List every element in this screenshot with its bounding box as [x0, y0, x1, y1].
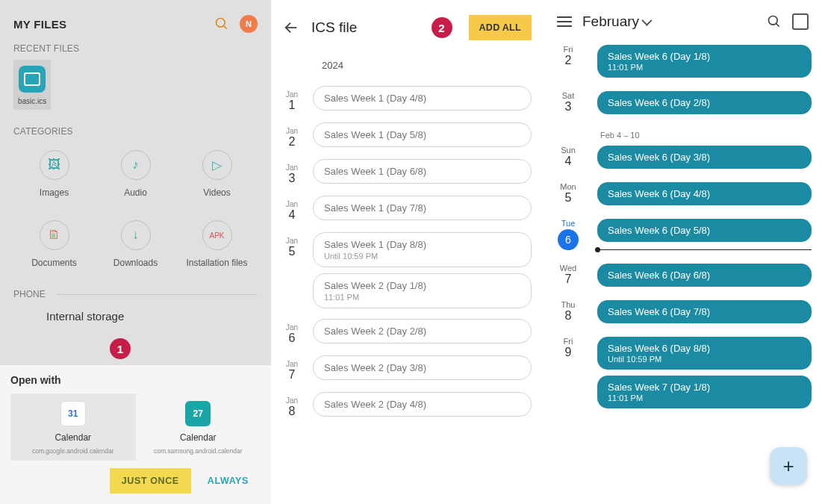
schedule-day-row: Fri9Sales Week 6 (Day 8/8)Until 10:59 PM…: [544, 332, 812, 417]
category-item[interactable]: 🖼Images: [13, 150, 95, 198]
ics-event[interactable]: Sales Week 1 (Day 7/8): [313, 196, 532, 220]
add-all-button[interactable]: ADD ALL: [469, 15, 532, 40]
schedule-day-row: Tue6Sales Week 6 (Day 5/8): [544, 214, 812, 259]
month-selector[interactable]: February: [582, 13, 756, 30]
ics-date: Jan3: [278, 159, 305, 185]
ics-event[interactable]: Sales Week 1 (Day 8/8)Until 10:59 PM: [313, 232, 532, 267]
ics-event[interactable]: Sales Week 2 (Day 2/8): [313, 319, 532, 343]
app-name: Calendar: [55, 432, 91, 443]
categories-label: CATEGORIES: [13, 126, 258, 137]
open-with-app[interactable]: 27Calendarcom.samsung.android.calendar: [136, 393, 261, 461]
category-item[interactable]: ↓Downloads: [95, 220, 176, 268]
today-icon[interactable]: [792, 13, 809, 30]
annotation-2: 2: [432, 17, 452, 38]
ics-date: Jan4: [278, 196, 305, 222]
chevron-down-icon: [641, 16, 652, 26]
schedule-day-row: Sat3Sales Week 6 (Day 2/8): [544, 87, 812, 123]
my-files-panel: MY FILES N RECENT FILES basic.ics CATEGO…: [0, 0, 271, 504]
app-name: Calendar: [180, 432, 217, 443]
ics-import-panel: ICS file 2 ADD ALL 2024 Jan1Sales Week 1…: [271, 0, 544, 504]
calendar-event[interactable]: Sales Week 6 (Day 5/8): [597, 219, 812, 242]
current-time-indicator: [597, 249, 812, 250]
back-arrow-icon[interactable]: [283, 19, 299, 36]
svg-point-3: [769, 16, 778, 25]
schedule-date: Fri2: [544, 40, 593, 67]
open-with-app[interactable]: 31Calendarcom.google.android.calendar: [10, 393, 136, 461]
ics-day-row: Jan1Sales Week 1 (Day 4/8): [278, 86, 532, 112]
schedule-day-row: Sun4Sales Week 6 (Day 3/8): [544, 141, 812, 178]
ics-event[interactable]: Sales Week 1 (Day 4/8): [313, 86, 532, 111]
category-icon: ▷: [202, 150, 232, 180]
calendar-event[interactable]: Sales Week 7 (Day 1/8)11:01 PM: [597, 376, 812, 408]
search-icon[interactable]: [767, 14, 782, 29]
open-with-title: Open with: [10, 374, 261, 386]
recent-file-name: basic.ics: [18, 97, 46, 105]
open-with-sheet: Open with 31Calendarcom.google.android.c…: [0, 365, 271, 504]
calendar-event[interactable]: Sales Week 6 (Day 3/8): [597, 146, 812, 169]
ics-date: Jan2: [278, 122, 305, 149]
schedule-day-row: Fri2Sales Week 6 (Day 1/8)11:01 PM: [544, 40, 812, 87]
calendar-event[interactable]: Sales Week 6 (Day 1/8)11:01 PM: [597, 45, 812, 78]
calendar-event[interactable]: Sales Week 6 (Day 6/8): [597, 264, 812, 287]
ics-date: Jan7: [278, 355, 305, 382]
ics-year-label: 2024: [271, 46, 544, 75]
category-icon: ↓: [121, 220, 151, 250]
ics-day-row: Jan7Sales Week 2 (Day 3/8): [278, 355, 532, 382]
category-icon: 🗎: [40, 220, 69, 250]
ics-event[interactable]: Sales Week 1 (Day 6/8): [313, 159, 532, 184]
category-icon: APK: [202, 220, 232, 250]
schedule-date: Sun4: [544, 141, 593, 168]
app-package: com.samsung.android.calendar: [154, 447, 243, 455]
schedule-day-row: Thu8Sales Week 6 (Day 7/8): [544, 296, 812, 332]
category-item[interactable]: ▷Videos: [176, 150, 258, 198]
always-button[interactable]: ALWAYS: [196, 468, 261, 494]
calendar-event[interactable]: Sales Week 6 (Day 4/8): [597, 182, 812, 205]
category-label: Downloads: [113, 258, 158, 268]
ics-day-row: Jan4Sales Week 1 (Day 7/8): [278, 196, 532, 222]
notification-badge[interactable]: N: [240, 15, 258, 33]
ics-day-row: Jan2Sales Week 1 (Day 5/8): [278, 122, 532, 149]
calendar-event[interactable]: Sales Week 6 (Day 7/8): [597, 300, 812, 323]
svg-point-0: [217, 19, 225, 28]
schedule-day-row: Wed7Sales Week 6 (Day 6/8): [544, 259, 812, 296]
recent-file[interactable]: basic.ics: [13, 60, 51, 110]
ics-date: Jan5: [278, 232, 305, 258]
svg-line-1: [224, 26, 227, 29]
calendar-schedule-panel: February Fri2Sales Week 6 (Day 1/8)11:01…: [544, 0, 822, 504]
schedule-date: Tue6: [544, 214, 593, 250]
search-icon[interactable]: [214, 16, 229, 31]
week-range-label: Feb 4 – 10: [544, 123, 812, 141]
category-item[interactable]: APKInstallation files: [176, 220, 258, 268]
category-item[interactable]: 🗎Documents: [13, 220, 95, 268]
ics-event[interactable]: Sales Week 1 (Day 5/8): [313, 122, 532, 147]
category-icon: 🖼: [40, 150, 69, 180]
schedule-date: Wed7: [544, 259, 593, 286]
schedule-date: Sat3: [544, 87, 593, 113]
phone-section-label: PHONE: [13, 289, 258, 299]
calendar-file-icon: [19, 66, 46, 93]
app-package: com.google.android.calendar: [32, 447, 114, 455]
calendar-app-icon: 27: [185, 401, 211, 426]
calendar-event[interactable]: Sales Week 6 (Day 2/8): [597, 91, 812, 114]
my-files-title: MY FILES: [13, 18, 66, 31]
add-event-fab[interactable]: +: [770, 447, 807, 485]
internal-storage[interactable]: Internal storage: [13, 299, 258, 329]
category-icon: ♪: [121, 150, 151, 180]
ics-date: Jan6: [278, 319, 305, 345]
ics-day-row: Jan8Sales Week 2 (Day 4/8): [278, 392, 532, 418]
recent-files-label: RECENT FILES: [0, 43, 271, 60]
category-label: Installation files: [186, 258, 247, 268]
ics-event[interactable]: Sales Week 2 (Day 1/8)11:01 PM: [313, 273, 532, 308]
ics-day-row: Jan3Sales Week 1 (Day 6/8): [278, 159, 532, 185]
ics-event[interactable]: Sales Week 2 (Day 4/8): [313, 392, 532, 417]
ics-event[interactable]: Sales Week 2 (Day 3/8): [313, 355, 532, 380]
hamburger-menu-icon[interactable]: [557, 16, 572, 27]
category-item[interactable]: ♪Audio: [95, 150, 176, 198]
calendar-app-icon: 31: [60, 401, 86, 426]
schedule-date: Fri9: [544, 332, 593, 359]
just-once-button[interactable]: JUST ONCE: [110, 468, 191, 494]
category-label: Documents: [31, 258, 77, 268]
category-label: Audio: [124, 187, 147, 198]
calendar-event[interactable]: Sales Week 6 (Day 8/8)Until 10:59 PM: [597, 337, 812, 370]
schedule-date: Thu8: [544, 296, 593, 323]
